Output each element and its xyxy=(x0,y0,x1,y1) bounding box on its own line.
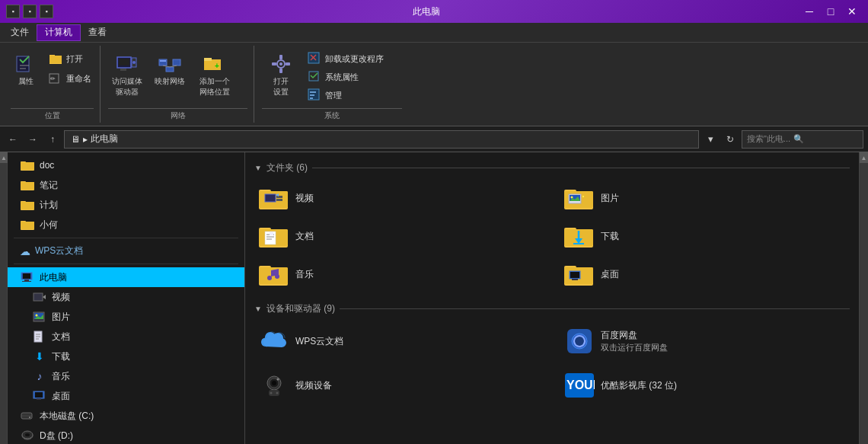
sidebar-item-videos[interactable]: 视频 xyxy=(8,287,244,307)
sidebar-item-local-disk[interactable]: 本地磁盘 (C:) xyxy=(8,406,244,426)
open-button[interactable]: 打开 xyxy=(46,50,94,67)
device-youku[interactable]: YOUKU 优酷影视库 (32 位) xyxy=(560,367,850,404)
baidu-disk-subname: 双击运行百度网盘 xyxy=(601,342,668,353)
menu-bar: 文件 计算机 查看 xyxy=(0,23,868,43)
sidebar-desktop-label: 桌面 xyxy=(52,390,70,403)
rename-button[interactable]: ✏ 重命名 xyxy=(46,70,94,87)
up-button[interactable]: ↑ xyxy=(44,131,61,148)
sidebar-item-documents[interactable]: 文档 xyxy=(8,327,244,347)
sidebar-item-desktop[interactable]: 桌面 xyxy=(8,386,244,406)
sidebar-item-pictures[interactable]: 图片 xyxy=(8,307,244,327)
uninstall-label: 卸载或更改程序 xyxy=(325,53,384,65)
ribbon-system-buttons: 打开设置 卸载或更改程序 xyxy=(262,47,402,107)
folder-item-desktop[interactable]: 桌面 xyxy=(560,258,850,290)
menu-item-file[interactable]: 文件 xyxy=(3,24,37,41)
sidebar-wps-cloud[interactable]: ☁ WPS云文档 xyxy=(8,241,244,260)
file-scroll-thumb[interactable] xyxy=(860,163,868,444)
ribbon-group-system: 打开设置 卸载或更改程序 xyxy=(256,46,408,123)
folder-item-downloads[interactable]: 下载 xyxy=(560,220,850,252)
svg-rect-94 xyxy=(270,232,273,235)
address-dropdown-button[interactable]: ▾ xyxy=(702,131,719,148)
access-media-button[interactable]: 访问媒体驱动器 xyxy=(108,50,146,99)
sidebar-item-doc[interactable]: doc xyxy=(8,155,244,175)
sidebar-scroll[interactable]: ▲ ▼ xyxy=(0,152,8,444)
svg-point-118 xyxy=(277,379,279,381)
folder-item-music[interactable]: 音乐 xyxy=(254,258,544,290)
map-network-icon xyxy=(158,52,182,76)
search-placeholder: 搜索"此电... xyxy=(747,133,790,145)
svg-rect-111 xyxy=(572,279,578,280)
sidebar-scroll-thumb[interactable] xyxy=(0,163,7,444)
system-properties-button[interactable]: 系统属性 xyxy=(305,69,386,85)
ribbon-group-location: 属性 打开 xyxy=(5,46,101,123)
uninstall-programs-button[interactable]: 卸载或更改程序 xyxy=(305,50,386,67)
close-button[interactable]: ✕ xyxy=(842,4,862,19)
sidebar-downloads-label: 下载 xyxy=(52,350,70,363)
devices-collapse-arrow[interactable]: ▼ xyxy=(254,305,262,313)
folder-icon-plan xyxy=(20,197,35,212)
device-baidu-disk[interactable]: 百度网盘 双击运行百度网盘 xyxy=(560,323,850,359)
svg-rect-21 xyxy=(204,58,212,61)
properties-button[interactable]: 属性 xyxy=(11,50,41,88)
sidebar-item-disk-d[interactable]: D盘 (D:) xyxy=(8,426,244,444)
title-controls: ─ □ ✕ xyxy=(799,4,862,19)
file-area-scrollbar[interactable]: ▲ ▼ xyxy=(859,152,868,444)
map-network-button[interactable]: 映射网络 xyxy=(151,50,189,88)
address-path[interactable]: 🖥 ▸ 此电脑 xyxy=(64,130,699,149)
sidebar-disk-d-label: D盘 (D:) xyxy=(40,430,73,442)
maximize-button[interactable]: □ xyxy=(821,4,841,19)
folder-pictures-name: 图片 xyxy=(601,192,619,205)
sidebar-item-xiaohe[interactable]: 小何 xyxy=(8,215,244,235)
search-icon[interactable]: 🔍 xyxy=(793,134,804,144)
system-group-label: 系统 xyxy=(262,108,402,121)
baidu-disk-text: 百度网盘 双击运行百度网盘 xyxy=(601,329,668,353)
rename-label: 重命名 xyxy=(66,73,91,85)
desktop-icon-small xyxy=(32,388,47,404)
device-video-device[interactable]: 视频设备 xyxy=(254,367,544,404)
devices-section-header: ▼ 设备和驱动器 (9) xyxy=(254,302,850,315)
add-location-button[interactable]: + 添加一个网络位置 xyxy=(193,50,235,99)
sidebar-item-thispc[interactable]: 此电脑 xyxy=(8,267,244,287)
sidebar-plan-label: 计划 xyxy=(40,199,58,212)
forward-button[interactable]: → xyxy=(24,131,41,148)
folder-item-documents[interactable]: 文档 xyxy=(254,220,544,252)
svg-rect-15 xyxy=(166,67,174,72)
sidebar-item-music[interactable]: ♪ 音乐 xyxy=(8,366,244,386)
devices-header-line xyxy=(340,308,850,309)
svg-rect-27 xyxy=(272,62,276,65)
file-scroll-up[interactable]: ▲ xyxy=(860,152,868,163)
address-text: 此电脑 xyxy=(91,133,118,145)
svg-rect-12 xyxy=(120,69,126,71)
folder-item-video[interactable]: 视频 xyxy=(254,182,544,214)
sidebar-item-downloads[interactable]: ⬇ 下载 xyxy=(8,347,244,366)
ribbon-network-buttons: 访问媒体驱动器 映射网络 xyxy=(108,47,247,107)
svg-rect-86 xyxy=(582,196,584,197)
location-group-label: 位置 xyxy=(11,108,94,121)
menu-item-computer[interactable]: 计算机 xyxy=(37,24,81,41)
taskbar-icon-1: ▪ xyxy=(6,5,20,18)
properties-label: 属性 xyxy=(18,76,34,87)
ribbon-group-network: 访问媒体驱动器 映射网络 xyxy=(102,46,254,123)
refresh-button[interactable]: ↻ xyxy=(722,131,739,148)
minimize-button[interactable]: ─ xyxy=(799,4,819,19)
svg-rect-52 xyxy=(22,281,31,282)
folder-item-pictures[interactable]: 图片 xyxy=(560,182,850,214)
back-button[interactable]: ← xyxy=(5,131,21,148)
svg-rect-51 xyxy=(24,279,29,281)
sidebar-item-plan[interactable]: 计划 xyxy=(8,195,244,215)
sidebar-item-notes[interactable]: 笔记 xyxy=(8,175,244,195)
folders-collapse-arrow[interactable]: ▼ xyxy=(254,164,262,172)
sidebar-doc-label: doc xyxy=(40,160,54,171)
folder-icon-video xyxy=(259,185,289,211)
svg-rect-5 xyxy=(49,56,62,63)
device-wps-cloud[interactable]: WPS云文档 xyxy=(254,323,544,359)
thispc-label: 此电脑 xyxy=(40,271,67,284)
manage-button[interactable]: 管理 xyxy=(305,87,386,104)
sidebar-scroll-up[interactable]: ▲ xyxy=(0,152,8,163)
svg-marker-54 xyxy=(43,295,46,299)
title-bar: ▪ ▪ ▪ 此电脑 ─ □ ✕ xyxy=(0,0,868,23)
folder-downloads-name: 下载 xyxy=(601,230,619,243)
settings-icon xyxy=(269,52,293,76)
open-settings-button[interactable]: 打开设置 xyxy=(262,50,300,99)
menu-item-view[interactable]: 查看 xyxy=(81,24,114,41)
